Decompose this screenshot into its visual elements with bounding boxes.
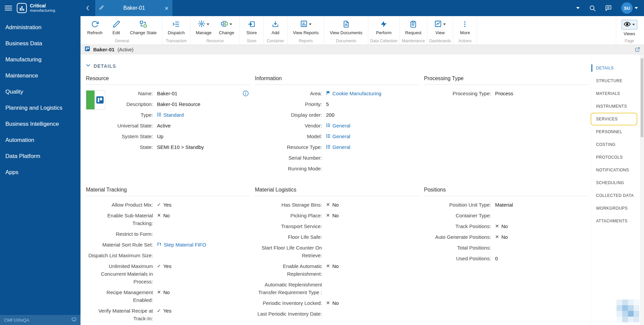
sidebar-footer: CMF100xQA [0, 315, 80, 325]
anchor-collected-data[interactable]: COLLECTED DATA [591, 189, 637, 202]
anchor-notifications[interactable]: NOTIFICATIONS [591, 164, 637, 176]
resource-type-link[interactable]: General [326, 143, 350, 151]
sidebar-item-apps[interactable]: Apps [0, 164, 80, 180]
more-dots-icon [461, 20, 469, 29]
cross-icon: ✕ [157, 212, 161, 219]
anchor-structure[interactable]: STRUCTURE [591, 74, 637, 87]
tab-baker-01[interactable]: Baker-01 × [95, 0, 172, 16]
more-actions-button[interactable]: More [455, 19, 475, 37]
toolbar-group-label: Transaction [164, 37, 188, 43]
action-toolbar: Refresh Edit Change State General [80, 16, 644, 45]
material-sort-rule-set-link[interactable]: Step Material FIFO [157, 241, 206, 249]
view-documents-button[interactable]: View Documents [326, 19, 366, 37]
change-button[interactable]: Change [216, 19, 238, 37]
anchor-protocols[interactable]: PROTOCOLS [591, 151, 637, 164]
area-link[interactable]: Cookie Manufacturing [326, 90, 381, 97]
user-menu[interactable]: SU [621, 2, 638, 14]
cross-icon: ✕ [157, 288, 161, 296]
tab-list-dropdown-icon[interactable] [576, 7, 580, 9]
tab-close-icon[interactable]: × [165, 5, 168, 11]
edit-icon [113, 20, 120, 29]
messages-icon[interactable] [605, 5, 612, 11]
details-section-toggle[interactable]: DETAILS [86, 63, 588, 69]
views-button[interactable]: Views [618, 19, 641, 37]
anchor-scheduling[interactable]: SCHEDULING [591, 176, 637, 189]
add-icon [272, 20, 279, 29]
content-wrap: DETAILS Resource [80, 54, 644, 325]
field-priority: Priority: 5 [255, 100, 419, 108]
dispatch-button[interactable]: Dispatch [164, 19, 188, 37]
view-reports-button[interactable]: View Reports [289, 19, 322, 37]
sidebar-item-data-platform[interactable]: Data Platform [0, 148, 80, 164]
scrollbar-thumb[interactable] [641, 58, 643, 137]
toolbar-group-label: Maintenance [402, 37, 425, 43]
menu-toggle-icon[interactable] [5, 4, 12, 12]
anchor-materials[interactable]: MATERIALS [591, 87, 637, 100]
vendor-link[interactable]: General [326, 122, 350, 129]
request-button[interactable]: Request [402, 19, 425, 37]
sidebar-item-maintenance[interactable]: Maintenance [0, 68, 80, 84]
sidebar-item-planning-and-logistics[interactable]: Planning and Logistics [0, 100, 80, 116]
chevron-down-icon [86, 63, 91, 69]
critical-manufacturing-logo: Critical manufacturing [17, 3, 55, 13]
field-picking-place: Picking Place: ✕No [255, 212, 419, 219]
entity-header-bar: Baker-01 (Active) [80, 45, 644, 54]
lightning-icon [380, 20, 387, 29]
chevron-down-icon [229, 23, 232, 25]
area-flag-icon [326, 90, 330, 97]
field-enable-automatic-replenishment: Enable Automatic Replenishment: ✕No [255, 262, 419, 278]
manage-button[interactable]: Manage [193, 19, 215, 37]
sidebar-item-manufacturing[interactable]: Manufacturing [0, 52, 80, 68]
refresh-button[interactable]: Refresh [84, 19, 106, 37]
sidebar-item-automation[interactable]: Automation [0, 132, 80, 148]
toolbar-group-label: Documents [326, 37, 366, 43]
popout-icon[interactable] [635, 47, 640, 52]
anchor-details[interactable]: DETAILS [591, 62, 637, 74]
anchor-costing[interactable]: COSTING [591, 138, 637, 151]
details-section-title: DETAILS [94, 63, 116, 69]
cross-icon: ✕ [495, 222, 499, 230]
sidebar-item-quality[interactable]: Quality [0, 84, 80, 100]
field-enable-sub-material-tracking: Enable Sub-Material Tracking: ✕No [86, 212, 250, 227]
field-unlimited-maximum-concurrent-materials: Unlimited Maximum Concurrent Materials i… [86, 262, 250, 285]
sidebar-item-business-data[interactable]: Business Data [0, 36, 80, 52]
cross-icon: ✕ [326, 201, 330, 209]
tab-title: Baker-01 [106, 5, 162, 11]
document-icon [342, 20, 350, 29]
anchor-services[interactable]: SERVICES [591, 113, 637, 125]
panel-material-logistics: Material Logistics Has Storage Bins: ✕No… [255, 187, 419, 325]
anchor-attachments[interactable]: ATTACHMENTS [591, 215, 637, 227]
view-dashboards-button[interactable]: View [430, 19, 450, 37]
panels-grid: Resource [86, 75, 588, 325]
toolbar-group-label: Data Collection [370, 37, 397, 43]
edit-button[interactable]: Edit [107, 19, 126, 37]
field-last-periodic-inventory-date: Last Periodic Inventory Date: [255, 310, 419, 318]
vertical-scrollbar[interactable] [640, 54, 644, 325]
anchor-personnel[interactable]: PERSONNEL [591, 125, 637, 138]
info-icon[interactable] [243, 90, 249, 98]
user-avatar[interactable]: SU [621, 2, 633, 14]
chevron-down-icon [207, 23, 209, 25]
search-icon[interactable] [589, 5, 596, 11]
clipboard-icon [410, 20, 417, 29]
field-has-storage-bins: Has Storage Bins: ✕No [255, 201, 419, 209]
store-button[interactable]: Store [242, 19, 261, 37]
field-track-positions: Track Positions: ✕No [424, 222, 588, 230]
resource-image[interactable] [86, 90, 105, 110]
back-button[interactable] [80, 0, 95, 16]
add-container-button[interactable]: Add [266, 19, 285, 37]
entity-status: (Active) [117, 47, 133, 52]
toolbar-group-maintenance: Request Maintenance [400, 16, 427, 45]
device-connection-icon[interactable] [71, 317, 76, 323]
sidebar-item-business-intelligence[interactable]: Business Intelligence [0, 116, 80, 132]
manage-gear-icon [198, 20, 205, 29]
change-state-button[interactable]: Change State [127, 19, 160, 37]
type-link[interactable]: Standard [157, 111, 184, 119]
anchor-instruments[interactable]: INSTRUMENTS [591, 100, 637, 113]
sidebar-item-administration[interactable]: Administration [0, 19, 80, 36]
entity-icon [326, 122, 330, 129]
refresh-icon [91, 20, 99, 29]
model-link[interactable]: General [326, 132, 350, 140]
anchor-workgroups[interactable]: WORKGROUPS [591, 202, 637, 215]
perform-button[interactable]: Perform [373, 19, 395, 37]
